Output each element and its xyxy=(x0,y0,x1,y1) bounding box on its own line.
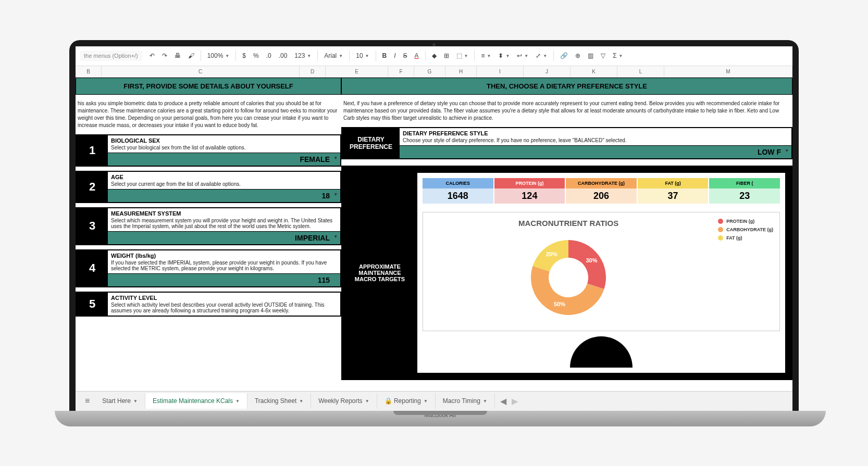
sheet-tab[interactable]: Estimate Maintenance KCals ▼ xyxy=(145,393,247,409)
macro-card-label: FAT (g) xyxy=(638,178,709,188)
laptop-frame: the menus (Option+/) ↶ ↷ 🖶 🖌 100%▼ $ % .… xyxy=(69,40,799,426)
font-size-dropdown[interactable]: 10▼ xyxy=(353,51,372,60)
pref-desc: Choose your style of dietary preference.… xyxy=(400,137,791,145)
h-align-icon[interactable]: ≡▼ xyxy=(478,51,494,60)
col-header[interactable]: H xyxy=(445,66,477,77)
paint-format-icon[interactable]: 🖌 xyxy=(185,50,197,61)
functions-icon[interactable]: Σ▼ xyxy=(610,51,626,60)
col-header[interactable]: D xyxy=(300,66,326,77)
form-title: ACTIVITY LEVEL xyxy=(108,293,340,302)
sheet-tab[interactable]: Macro Timing ▼ xyxy=(436,393,495,409)
legend-dot-icon xyxy=(718,219,723,224)
menu-search[interactable]: the menus (Option+/) xyxy=(80,51,142,61)
macro-card-value: 1648 xyxy=(423,188,493,204)
macro-card: PROTEIN (g) 124 xyxy=(494,178,565,204)
legend-item: FAT (g) xyxy=(718,235,773,241)
macro-card-value: 206 xyxy=(566,188,637,204)
section-header-right: THEN, CHOOSE A DIETARY PREFERENCE STYLE xyxy=(341,78,792,95)
form-number: 4 xyxy=(77,250,108,286)
strikethrough-icon[interactable]: S xyxy=(400,50,411,61)
form-desc: If you have selected the IMPERIAL system… xyxy=(108,260,340,273)
v-align-icon[interactable]: ⬍▼ xyxy=(495,51,513,60)
col-header[interactable]: J xyxy=(524,66,571,77)
left-panel: FIRST, PROVIDE SOME DETAILS ABOUT YOURSE… xyxy=(76,78,341,391)
intro-left: his asks you simple biometric data to pr… xyxy=(76,95,341,134)
percent-icon[interactable]: % xyxy=(250,50,262,61)
macro-card-label: CARBOHYDRATE (g) xyxy=(566,178,637,188)
svg-text:50%: 50% xyxy=(554,301,565,307)
col-header[interactable]: F xyxy=(388,66,414,77)
form-value-dropdown[interactable]: 18 xyxy=(108,189,340,202)
sheet-tab[interactable]: 🔒 Reporting ▼ xyxy=(377,393,436,409)
decrease-decimal-icon[interactable]: .0 xyxy=(263,50,275,61)
all-sheets-icon[interactable]: ≡ xyxy=(80,393,95,409)
column-headers: B C D E F G H I J K L M xyxy=(76,66,792,78)
col-header[interactable]: C xyxy=(102,66,300,77)
chart-icon[interactable]: ▥ xyxy=(585,50,597,61)
increase-decimal-icon[interactable]: .00 xyxy=(276,50,291,61)
pref-label: DIETARY PREFERENCE xyxy=(342,128,400,158)
borders-icon[interactable]: ⊞ xyxy=(441,50,452,61)
rotate-icon[interactable]: ⤢▼ xyxy=(532,51,550,60)
col-header[interactable]: E xyxy=(326,66,388,77)
legend-dot-icon xyxy=(718,227,723,232)
pref-value-dropdown[interactable]: LOW F xyxy=(400,145,791,158)
col-header[interactable]: M xyxy=(664,66,792,77)
wrap-icon[interactable]: ↩▼ xyxy=(514,51,531,60)
macro-card-label: FIBER ( xyxy=(709,178,780,188)
form-number: 2 xyxy=(77,172,108,202)
col-header[interactable]: I xyxy=(477,66,524,77)
text-color-icon[interactable]: A xyxy=(412,50,422,61)
col-header[interactable]: G xyxy=(414,66,445,77)
merge-icon[interactable]: ⬚▼ xyxy=(453,51,472,60)
form-title: AGE xyxy=(108,172,340,181)
col-header[interactable]: K xyxy=(571,66,617,77)
col-header[interactable]: L xyxy=(617,66,664,77)
form-title: MEASUREMENT SYSTEM xyxy=(108,208,340,218)
donut-chart: 30%50%20% xyxy=(522,231,615,324)
form-value-dropdown[interactable]: IMPERIAL xyxy=(108,231,340,244)
dietary-preference-row: DIETARY PREFERENCE DIETARY PREFERENCE ST… xyxy=(341,127,792,159)
chart-box: MACRONUTRIENT RATIOS 30%50%20% PROTEIN (… xyxy=(423,212,780,331)
legend-label: CARBOHYDRATE (g) xyxy=(726,227,773,232)
number-format-dropdown[interactable]: 123▼ xyxy=(291,51,314,60)
sheet-tab[interactable]: Start Here ▼ xyxy=(95,393,145,409)
sheet-body: FIRST, PROVIDE SOME DETAILS ABOUT YOURSE… xyxy=(76,78,792,391)
comment-icon[interactable]: ⊕ xyxy=(572,50,584,61)
link-icon[interactable]: 🔗 xyxy=(557,50,571,61)
chart-title: MACRONUTRIENT RATIOS xyxy=(429,219,708,228)
bold-icon[interactable]: B xyxy=(379,50,390,61)
zoom-dropdown[interactable]: 100%▼ xyxy=(204,51,233,60)
form-value-dropdown[interactable]: FEMALE xyxy=(108,153,340,166)
tab-scroll-arrows[interactable]: ◀▶ xyxy=(495,393,523,409)
macro-card: CARBOHYDRATE (g) 206 xyxy=(566,178,637,204)
right-panel: THEN, CHOOSE A DIETARY PREFERENCE STYLE … xyxy=(341,78,792,391)
form-desc: Select which activity level best describ… xyxy=(108,302,340,316)
sheet-tab[interactable]: Weekly Reports ▼ xyxy=(311,393,377,409)
svg-text:30%: 30% xyxy=(586,257,598,263)
form-number: 3 xyxy=(77,208,108,244)
print-icon[interactable]: 🖶 xyxy=(171,50,184,61)
macro-card-label: CALORIES xyxy=(423,178,493,188)
macro-card-value: 124 xyxy=(494,188,565,204)
legend-label: PROTEIN (g) xyxy=(726,219,754,224)
form-value-dropdown[interactable]: 115 xyxy=(108,273,340,286)
font-dropdown[interactable]: Arial▼ xyxy=(321,51,346,60)
redo-icon[interactable]: ↷ xyxy=(159,50,170,61)
sheet-tab[interactable]: Tracking Sheet ▼ xyxy=(247,393,311,409)
pref-title: DIETARY PREFERENCE STYLE xyxy=(400,128,791,137)
legend-dot-icon xyxy=(718,235,723,241)
form-desc: Select your current age from the list of… xyxy=(108,181,340,189)
col-header[interactable]: B xyxy=(76,66,102,77)
italic-icon[interactable]: I xyxy=(391,50,399,61)
currency-icon[interactable]: $ xyxy=(239,50,249,61)
form-number: 5 xyxy=(77,293,108,316)
macro-card: CALORIES 1648 xyxy=(423,178,493,204)
form-row-2: 2 AGE Select your current age from the l… xyxy=(76,171,341,203)
laptop-base: MacBook Air xyxy=(55,411,826,426)
fill-color-icon[interactable]: ◆ xyxy=(429,50,440,61)
filter-icon[interactable]: ▽ xyxy=(598,50,609,61)
decorative-half-circle xyxy=(570,336,633,368)
macro-card-value: 23 xyxy=(709,188,780,204)
undo-icon[interactable]: ↶ xyxy=(146,50,158,61)
